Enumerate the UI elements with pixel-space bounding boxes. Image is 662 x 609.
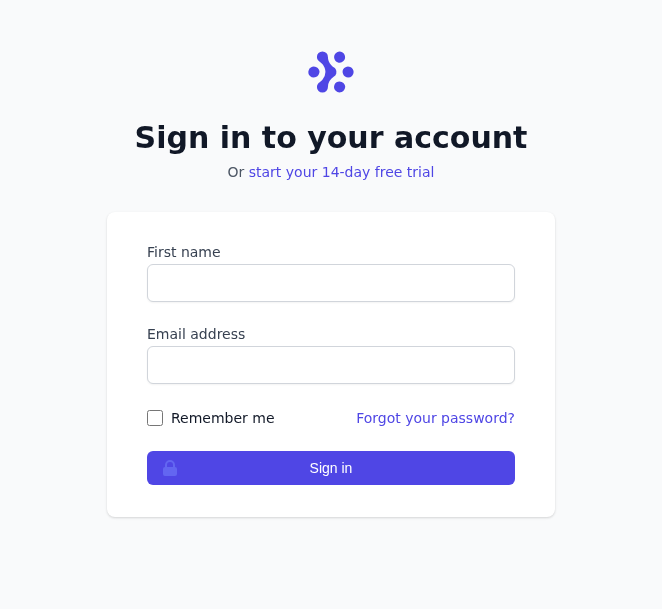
email-label: Email address [147, 326, 515, 342]
signin-form: First name Email address Remember me For… [147, 244, 515, 485]
start-trial-link[interactable]: start your 14-day free trial [249, 164, 435, 180]
first-name-input[interactable] [147, 264, 515, 302]
or-text: Or [228, 164, 249, 180]
lock-closed-icon [160, 458, 180, 478]
signin-card: First name Email address Remember me For… [107, 212, 555, 517]
first-name-label: First name [147, 244, 515, 260]
sign-in-button[interactable]: Sign in [147, 451, 515, 485]
sign-in-button-label: Sign in [310, 460, 353, 476]
page-title: Sign in to your account [107, 120, 555, 156]
remember-me-checkbox[interactable] [147, 410, 163, 426]
forgot-password-link[interactable]: Forgot your password? [356, 410, 515, 426]
brand-mark-icon [107, 48, 555, 96]
remember-me-label: Remember me [171, 410, 275, 426]
subheading: Or start your 14-day free trial [107, 164, 555, 180]
email-input[interactable] [147, 346, 515, 384]
